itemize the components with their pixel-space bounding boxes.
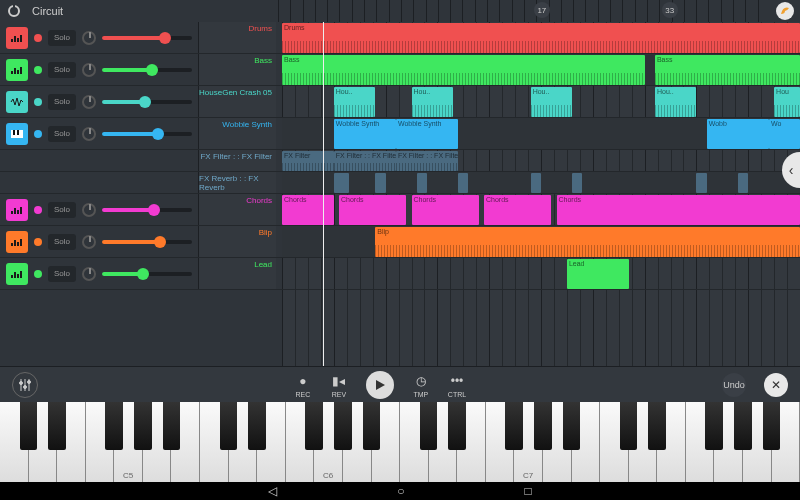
track-row[interactable]: SoloLead [0, 258, 282, 290]
solo-button[interactable]: Solo [48, 126, 76, 142]
black-key[interactable] [534, 402, 552, 450]
pan-knob[interactable] [82, 203, 96, 217]
black-key[interactable] [105, 402, 123, 450]
ruler-marker[interactable]: 17 [534, 2, 550, 18]
black-key[interactable] [648, 402, 666, 450]
clip[interactable]: Hou.. [334, 87, 375, 117]
solo-button[interactable]: Solo [48, 62, 76, 78]
track-row[interactable]: FX Filter : : FX Filter [0, 150, 282, 172]
clip[interactable]: Hou.. [412, 87, 453, 117]
track-type-icon[interactable] [6, 263, 28, 285]
clip[interactable]: Blip [375, 227, 800, 257]
mixer-icon[interactable] [12, 372, 38, 398]
app-logo-icon[interactable] [0, 0, 28, 22]
clip[interactable]: FX Filter [282, 151, 334, 171]
clip[interactable]: Wo [769, 119, 800, 149]
black-key[interactable] [420, 402, 438, 450]
record-button[interactable]: ●REC [294, 372, 312, 398]
black-key[interactable] [705, 402, 723, 450]
track-enable-dot[interactable] [34, 130, 42, 138]
clip[interactable] [375, 173, 385, 193]
clip[interactable]: Wobble Synth [396, 119, 458, 149]
clip[interactable]: Chords [484, 195, 551, 225]
fl-logo-icon[interactable] [770, 0, 800, 22]
track-type-icon[interactable] [6, 199, 28, 221]
track-enable-dot[interactable] [34, 98, 42, 106]
pan-knob[interactable] [82, 127, 96, 141]
clip[interactable]: Drums [282, 23, 800, 53]
track-name-cell[interactable]: Bass [198, 54, 276, 85]
pan-knob[interactable] [82, 63, 96, 77]
track-enable-dot[interactable] [34, 206, 42, 214]
solo-button[interactable]: Solo [48, 30, 76, 46]
track-row[interactable]: FX Reverb : : FX Reverb [0, 172, 282, 194]
volume-slider[interactable] [102, 240, 192, 244]
recents-icon[interactable]: □ [525, 484, 532, 498]
clip[interactable]: Hou.. [531, 87, 572, 117]
playhead[interactable] [323, 22, 324, 366]
volume-slider[interactable] [102, 132, 192, 136]
undo-button[interactable]: Undo [722, 373, 746, 397]
pan-knob[interactable] [82, 235, 96, 249]
volume-slider[interactable] [102, 36, 192, 40]
track-enable-dot[interactable] [34, 238, 42, 246]
black-key[interactable] [48, 402, 66, 450]
black-key[interactable] [248, 402, 266, 450]
timeline-lane[interactable] [282, 258, 800, 290]
clip[interactable] [531, 173, 541, 193]
volume-slider[interactable] [102, 100, 192, 104]
black-key[interactable] [763, 402, 781, 450]
track-enable-dot[interactable] [34, 270, 42, 278]
clip[interactable]: Bass [655, 55, 800, 85]
clip[interactable] [738, 173, 748, 193]
tempo-button[interactable]: ◷TMP [412, 372, 430, 398]
track-row[interactable]: SoloDrums [0, 22, 282, 54]
track-enable-dot[interactable] [34, 34, 42, 42]
clip[interactable]: Chords [557, 195, 800, 225]
timeline-ruler[interactable]: 1733 [278, 0, 770, 22]
track-name-cell[interactable]: Wobble Synth [198, 118, 276, 149]
track-type-icon[interactable] [6, 27, 28, 49]
track-name-cell[interactable]: Blip [198, 226, 276, 257]
solo-button[interactable]: Solo [48, 202, 76, 218]
clip[interactable] [458, 173, 468, 193]
home-icon[interactable]: ○ [397, 484, 404, 498]
clip[interactable] [334, 173, 350, 193]
close-button[interactable]: ✕ [764, 373, 788, 397]
timeline-lane[interactable] [282, 172, 800, 194]
track-row[interactable]: SoloChords [0, 194, 282, 226]
black-key[interactable] [734, 402, 752, 450]
track-name-cell[interactable]: FX Filter : : FX Filter [198, 150, 276, 171]
track-row[interactable]: SoloHouseGen Crash 05 [0, 86, 282, 118]
clip[interactable]: Chords [282, 195, 334, 225]
track-name-cell[interactable]: FX Reverb : : FX Reverb [198, 172, 276, 193]
track-type-icon[interactable] [6, 91, 28, 113]
track-row[interactable]: SoloWobble Synth [0, 118, 282, 150]
clip[interactable]: FX Filter : : FX Filter [396, 151, 458, 171]
pan-knob[interactable] [82, 95, 96, 109]
black-key[interactable] [134, 402, 152, 450]
track-type-icon[interactable] [6, 59, 28, 81]
rewind-button[interactable]: ▮◂REV [330, 372, 348, 398]
clip[interactable]: Wobb [707, 119, 769, 149]
track-name-cell[interactable]: Drums [198, 22, 276, 53]
clip[interactable]: Bass [282, 55, 645, 85]
track-name-cell[interactable]: Lead [198, 258, 276, 289]
black-key[interactable] [20, 402, 38, 450]
black-key[interactable] [220, 402, 238, 450]
clip[interactable]: Hou.. [655, 87, 696, 117]
clip[interactable]: Wobble Synth [334, 119, 396, 149]
clip[interactable] [572, 173, 582, 193]
volume-slider[interactable] [102, 272, 192, 276]
solo-button[interactable]: Solo [48, 94, 76, 110]
piano-keyboard[interactable]: C5C6C7 [0, 402, 800, 482]
black-key[interactable] [563, 402, 581, 450]
clip[interactable]: Chords [412, 195, 479, 225]
clip[interactable]: Hou [774, 87, 800, 117]
black-key[interactable] [448, 402, 466, 450]
volume-slider[interactable] [102, 208, 192, 212]
clip[interactable]: Lead [567, 259, 629, 289]
black-key[interactable] [620, 402, 638, 450]
track-name-cell[interactable]: Chords [198, 194, 276, 225]
black-key[interactable] [363, 402, 381, 450]
